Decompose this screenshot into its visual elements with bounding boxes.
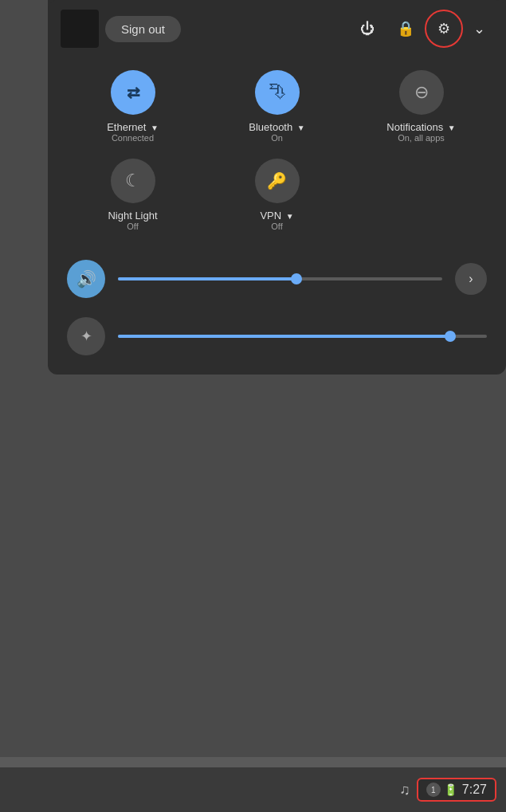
notifications-title: Notifications ▼ (386, 121, 455, 133)
bluetooth-icon: ⮷ (269, 82, 286, 103)
sign-out-button[interactable]: Sign out (105, 16, 181, 42)
system-tray[interactable]: 1 🔋 7:27 (417, 778, 496, 802)
bluetooth-title: Bluetooth ▼ (249, 121, 304, 133)
ethernet-subtitle: Connected (107, 133, 159, 143)
night-light-title: Night Light (108, 210, 157, 222)
brightness-slider-row: ✦ (67, 317, 487, 355)
ethernet-tile[interactable]: ⇄ Ethernet ▼ Connected (64, 70, 202, 143)
chevron-down-icon: ⌄ (473, 20, 485, 37)
vpn-tile[interactable]: 🔑 VPN ▼ Off (208, 159, 346, 231)
brightness-track (118, 335, 487, 338)
night-light-icon-bg: ☾ (111, 159, 155, 203)
volume-track (118, 277, 442, 280)
night-light-subtitle: Off (108, 222, 157, 231)
ethernet-icon-bg: ⇄ (111, 70, 155, 115)
volume-expand-button[interactable]: › (455, 263, 487, 295)
notification-count: 1 (431, 786, 436, 794)
notifications-label: Notifications ▼ On, all apps (386, 121, 455, 143)
vpn-label: VPN ▼ Off (260, 210, 293, 231)
notifications-icon: ⊖ (414, 82, 429, 103)
music-icon: ♫ (399, 782, 410, 798)
settings-icon: ⚙ (437, 20, 450, 37)
notifications-icon-bg: ⊖ (399, 70, 444, 115)
brightness-fill (118, 335, 450, 338)
volume-thumb (291, 273, 302, 284)
notifications-subtitle: On, all apps (386, 133, 455, 143)
header-row: Sign out ⏻ 🔒 ⚙ ⌄ (48, 0, 506, 57)
sliders-section: 🔊 › ✦ (48, 244, 506, 375)
volume-slider-row: 🔊 › (67, 260, 487, 298)
brightness-icon: ✦ (80, 328, 92, 345)
ethernet-arrow: ▼ (151, 124, 159, 132)
quick-settings-panel: Sign out ⏻ 🔒 ⚙ ⌄ ⇄ Ethernet ▼ Conne (48, 0, 506, 375)
ethernet-icon: ⇄ (127, 83, 139, 102)
volume-slider-container[interactable] (118, 277, 442, 280)
bluetooth-tile[interactable]: ⮷ Bluetooth ▼ On (208, 70, 346, 143)
tray-icons: 1 🔋 (426, 783, 457, 797)
ethernet-title: Ethernet ▼ (107, 121, 159, 133)
brightness-thumb (445, 331, 456, 342)
notifications-arrow: ▼ (448, 124, 456, 132)
tiles-row-2: ☾ Night Light Off 🔑 VPN ▼ Off (48, 155, 506, 244)
taskbar: ♫ 1 🔋 7:27 (0, 767, 506, 812)
notification-badge: 1 (426, 783, 441, 797)
avatar (61, 10, 99, 48)
chevron-right-icon: › (469, 272, 473, 286)
night-light-label: Night Light Off (108, 210, 157, 231)
night-light-icon: ☾ (125, 171, 141, 191)
chevron-button[interactable]: ⌄ (465, 14, 493, 43)
lock-icon: 🔒 (397, 20, 414, 37)
empty-tile (352, 159, 490, 231)
brightness-icon-button[interactable]: ✦ (67, 317, 105, 355)
power-button[interactable]: ⏻ (350, 11, 385, 46)
volume-icon-button[interactable]: 🔊 (67, 260, 105, 298)
night-light-tile[interactable]: ☾ Night Light Off (64, 159, 202, 231)
battery-icon: 🔋 (444, 783, 457, 796)
bluetooth-icon-bg: ⮷ (255, 70, 300, 115)
bluetooth-label: Bluetooth ▼ On (249, 121, 304, 143)
power-icon: ⏻ (360, 21, 375, 37)
lock-button[interactable]: 🔒 (388, 11, 423, 46)
clock-time: 7:27 (462, 783, 487, 797)
volume-icon: 🔊 (76, 269, 96, 288)
volume-fill (118, 277, 296, 280)
bluetooth-subtitle: On (249, 133, 304, 143)
vpn-title: VPN ▼ (260, 210, 293, 222)
vpn-icon: 🔑 (267, 171, 287, 190)
notifications-tile[interactable]: ⊖ Notifications ▼ On, all apps (352, 70, 490, 143)
vpn-arrow: ▼ (286, 212, 294, 221)
vpn-icon-bg: 🔑 (255, 159, 300, 203)
brightness-slider-container[interactable] (118, 335, 487, 338)
bluetooth-arrow: ▼ (297, 124, 305, 132)
ethernet-label: Ethernet ▼ Connected (107, 121, 159, 143)
vpn-subtitle: Off (260, 222, 293, 231)
settings-button[interactable]: ⚙ (426, 11, 461, 46)
tiles-row-1: ⇄ Ethernet ▼ Connected ⮷ Bluetooth ▼ On … (48, 57, 506, 155)
header-icons: ⏻ 🔒 ⚙ ⌄ (350, 11, 493, 46)
